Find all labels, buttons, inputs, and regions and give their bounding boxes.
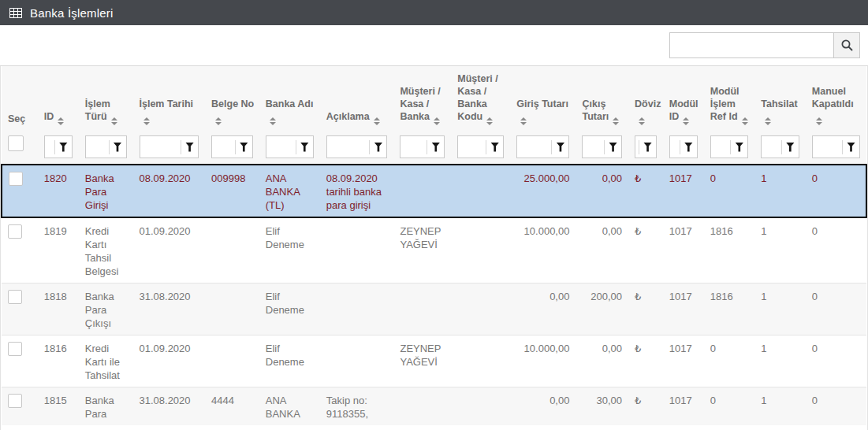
- search-input[interactable]: [669, 32, 833, 58]
- search-button[interactable]: [833, 32, 860, 58]
- column-header-ref_id[interactable]: Modül İşlem Ref Id: [704, 66, 755, 133]
- sort-updown-icon[interactable]: [639, 117, 645, 125]
- filter-input-id[interactable]: [48, 136, 54, 158]
- column-header-islem_tarihi[interactable]: İşlem Tarihi: [133, 66, 206, 133]
- cell-musteri_kodu: [451, 217, 510, 284]
- filter-input-giris[interactable]: [520, 136, 551, 158]
- filter-input-islem_turu[interactable]: [89, 136, 109, 158]
- filter-funnel-icon[interactable]: [240, 143, 248, 152]
- table-row[interactable]: 1818Banka Para Çıkışı31.08.2020Elif Dene…: [2, 284, 866, 335]
- filter-box-musteri: [400, 135, 445, 158]
- sort-updown-icon[interactable]: [742, 117, 748, 125]
- filter-funnel-icon[interactable]: [490, 143, 499, 152]
- filter-input-ref_id[interactable]: [714, 136, 731, 158]
- cell-banka_adi: Elif Deneme: [259, 335, 320, 387]
- row-select-checkbox[interactable]: [8, 342, 22, 356]
- cell-aciklama: [320, 335, 394, 387]
- sort-updown-icon[interactable]: [270, 117, 276, 125]
- table-row[interactable]: 1819Kredi Kartı Tahsil Belgesi01.09.2020…: [2, 217, 866, 284]
- column-header-manuel[interactable]: Manuel Kapatıldı: [806, 66, 866, 133]
- filter-input-musteri[interactable]: [404, 136, 427, 158]
- table-row[interactable]: 1815Banka Para31.08.20204444ANA BANKATak…: [2, 387, 866, 426]
- column-header-doviz[interactable]: Döviz: [628, 66, 663, 133]
- table-body: 1820Banka Para Girişi08.09.2020009998ANA…: [2, 165, 866, 425]
- row-select-checkbox[interactable]: [9, 172, 23, 186]
- table-row[interactable]: 1820Banka Para Girişi08.09.2020009998ANA…: [2, 165, 866, 217]
- filter-funnel-icon[interactable]: [847, 143, 855, 152]
- filter-funnel-icon[interactable]: [643, 143, 652, 152]
- row-select-checkbox[interactable]: [8, 394, 22, 408]
- sort-updown-icon[interactable]: [143, 117, 150, 125]
- sort-updown-icon[interactable]: [58, 117, 64, 125]
- filter-funnel-icon[interactable]: [185, 143, 194, 152]
- row-select-checkbox[interactable]: [8, 224, 22, 239]
- cell-musteri_kodu: [451, 284, 510, 335]
- filter-input-cikis[interactable]: [586, 136, 604, 158]
- column-header-aciklama[interactable]: Açıklama: [320, 66, 394, 133]
- filter-cell-aciklama: [320, 133, 394, 165]
- sort-updown-icon[interactable]: [111, 117, 117, 125]
- filter-funnel-icon[interactable]: [114, 143, 122, 152]
- filter-input-modul_id[interactable]: [673, 136, 680, 158]
- filter-input-manuel[interactable]: [816, 136, 842, 158]
- filter-funnel-icon[interactable]: [735, 143, 743, 152]
- filter-funnel-icon[interactable]: [59, 143, 68, 152]
- sort-updown-icon[interactable]: [816, 117, 822, 125]
- filter-input-tahsilat[interactable]: [765, 136, 781, 158]
- filter-input-musteri_kodu[interactable]: [461, 136, 486, 158]
- sort-updown-icon[interactable]: [520, 117, 527, 125]
- column-header-id[interactable]: ID: [38, 66, 79, 133]
- filter-funnel-icon[interactable]: [374, 143, 382, 152]
- cell-sec: [2, 387, 38, 426]
- filter-cell-sec: [2, 133, 38, 165]
- filter-funnel-icon[interactable]: [431, 143, 440, 152]
- filter-funnel-icon[interactable]: [609, 143, 617, 152]
- filter-funnel-icon[interactable]: [300, 143, 309, 152]
- filter-input-belge_no[interactable]: [215, 136, 235, 158]
- column-header-cikis[interactable]: Çıkış Tutarı: [576, 66, 628, 133]
- filter-funnel-icon[interactable]: [786, 143, 795, 152]
- search-icon: [840, 39, 854, 52]
- cell-islem_turu: Kredi Kartı Tahsil Belgesi: [79, 217, 133, 284]
- row-select-checkbox[interactable]: [8, 290, 22, 304]
- page-title: Banka İşlemleri: [30, 6, 114, 20]
- cell-tahsilat: 1: [754, 165, 806, 217]
- filter-funnel-icon[interactable]: [556, 143, 564, 152]
- filter-input-banka_adi[interactable]: [270, 136, 296, 158]
- column-label: Modül İşlem Ref Id: [710, 86, 739, 122]
- sort-updown-icon[interactable]: [374, 117, 380, 125]
- column-header-banka_adi[interactable]: Banka Adı: [259, 66, 320, 133]
- cell-id: 1819: [38, 217, 79, 284]
- cell-sec: [2, 217, 38, 284]
- sort-updown-icon[interactable]: [434, 117, 440, 125]
- sort-updown-icon[interactable]: [613, 117, 619, 125]
- cell-islem_tarihi: 01.09.2020: [133, 335, 206, 387]
- filter-box-modul_id: [669, 135, 698, 158]
- sort-updown-icon[interactable]: [765, 117, 771, 125]
- column-header-belge_no[interactable]: Belge No: [205, 66, 259, 133]
- table-row[interactable]: 1816Kredi Kartı ile Tahsilat01.09.2020El…: [2, 335, 866, 387]
- sort-updown-icon[interactable]: [215, 117, 222, 125]
- column-header-musteri[interactable]: Müşteri / Kasa / Banka: [393, 66, 451, 133]
- cell-cikis: 0,00: [576, 217, 628, 284]
- transactions-table-container: SeçIDİşlem Türüİşlem TarihiBelge NoBanka…: [0, 66, 868, 430]
- sort-updown-icon[interactable]: [683, 117, 689, 125]
- column-label: Açıklama: [326, 111, 370, 122]
- column-header-tahsilat[interactable]: Tahsilat: [754, 66, 806, 133]
- sort-updown-icon[interactable]: [486, 117, 493, 125]
- filter-funnel-icon[interactable]: [684, 143, 693, 152]
- cell-musteri_kodu: [451, 165, 510, 217]
- cell-id: 1816: [38, 335, 79, 387]
- filter-cell-doviz: [628, 133, 663, 165]
- filter-input-islem_tarihi[interactable]: [143, 136, 181, 158]
- column-header-musteri_kodu[interactable]: Müşteri / Kasa / Banka Kodu: [451, 66, 510, 133]
- cell-doviz: ₺: [628, 284, 663, 335]
- filter-separator: [427, 140, 427, 154]
- select-all-checkbox[interactable]: [8, 135, 24, 151]
- column-header-islem_turu[interactable]: İşlem Türü: [79, 66, 133, 133]
- column-header-modul_id[interactable]: Modül ID: [663, 66, 704, 133]
- column-label: Belge No: [211, 98, 254, 109]
- filter-input-aciklama[interactable]: [330, 136, 370, 158]
- column-header-giris[interactable]: Giriş Tutarı: [510, 66, 576, 133]
- cell-modul_id: 1017: [663, 217, 704, 284]
